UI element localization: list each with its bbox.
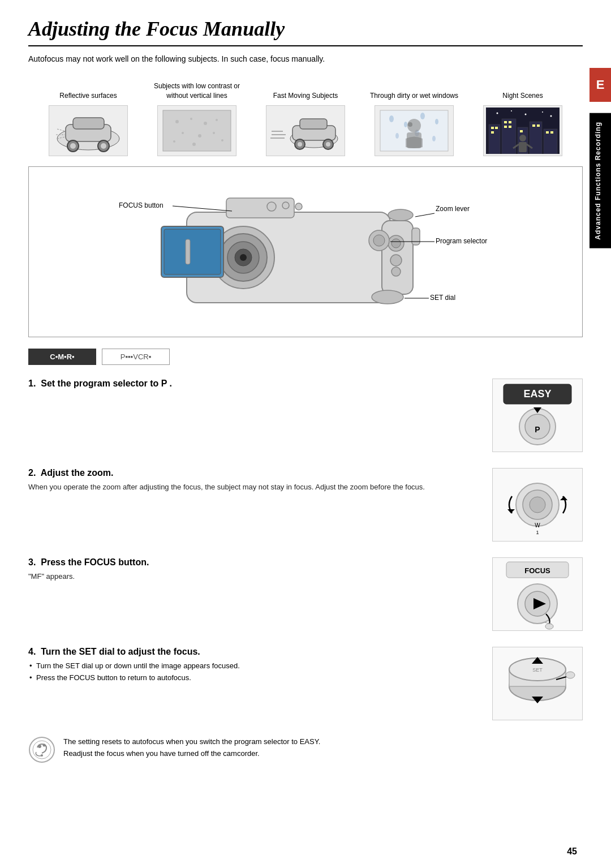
tab-label: Advanced Functions Recording — [594, 122, 602, 240]
subject-dirty-windows-label: Through dirty or wet windows — [370, 74, 458, 101]
section-tab-e: E — [590, 68, 611, 102]
svg-rect-58 — [504, 126, 507, 128]
step-1-row: 1. Set the program selector to P . EASY … — [28, 379, 583, 452]
svg-rect-66 — [519, 142, 527, 152]
svg-point-123 — [29, 737, 54, 762]
svg-point-88 — [372, 290, 403, 304]
subjects-row: Reflective surfaces — [28, 74, 583, 156]
svg-point-104 — [530, 497, 545, 513]
svg-rect-51 — [530, 122, 542, 154]
svg-rect-64 — [550, 131, 553, 134]
subject-reflective: Reflective surfaces — [40, 74, 136, 156]
step-4-image: SET — [492, 647, 583, 720]
svg-point-81 — [295, 203, 302, 210]
svg-point-44 — [511, 110, 512, 111]
note-icon — [28, 736, 55, 763]
svg-point-80 — [282, 202, 289, 209]
step-4-bullets: Turn the SET dial up or down until the i… — [28, 660, 481, 684]
svg-rect-57 — [509, 121, 511, 123]
svg-point-65 — [519, 135, 526, 141]
step-2-row: 2. Adjust the zoom. When you operate the… — [28, 468, 583, 542]
camera-diagram-box: FOCUS button Zoom lever Program selector… — [28, 166, 583, 337]
step-4-bullet-1: Turn the SET dial up or down until the i… — [28, 660, 481, 672]
subject-low-contrast-label: Subjects with low contrast or without ve… — [149, 74, 245, 101]
svg-point-45 — [525, 114, 527, 115]
step-4-row: 4. Turn the SET dial to adjust the focus… — [28, 647, 583, 720]
note-text-2: Readjust the focus when you have turned … — [63, 748, 320, 760]
page-container: E Advanced Functions Recording Adjusting… — [0, 0, 611, 868]
svg-point-13 — [204, 122, 207, 125]
tab-letter: E — [596, 78, 605, 92]
svg-point-90 — [373, 235, 385, 246]
svg-point-30 — [326, 142, 330, 147]
step-3-image: FOCUS — [492, 557, 583, 631]
step-3-title-text: Press the FOCUS button. — [41, 557, 149, 567]
intro-text: Autofocus may not work well on the follo… — [28, 54, 583, 63]
step-2-desc: When you operate the zoom after adjustin… — [28, 482, 481, 493]
note-text-1: The setting resets to autofocus when you… — [63, 736, 320, 748]
step-3-desc: "MF" appears. — [28, 571, 481, 583]
svg-rect-2 — [73, 118, 104, 129]
step-1-number: 1. — [28, 379, 38, 388]
svg-rect-48 — [489, 124, 500, 154]
section-tab-label: Advanced Functions Recording — [590, 113, 611, 248]
step-4-text: 4. Turn the SET dial to adjust the focus… — [28, 647, 481, 684]
step-2-title-text: Adjust the zoom. — [41, 468, 114, 478]
program-selector-text: Program selector — [436, 237, 487, 245]
subject-night-scenes-image — [483, 105, 562, 156]
camera-svg-area: FOCUS button Zoom lever Program selector… — [46, 178, 565, 325]
svg-rect-10 — [163, 110, 231, 151]
svg-point-74 — [240, 254, 247, 261]
step-3-row: 3. Press the FOCUS button. "MF" appears.… — [28, 557, 583, 631]
svg-rect-78 — [186, 239, 190, 264]
svg-rect-91 — [412, 228, 420, 245]
svg-point-122 — [566, 672, 575, 678]
svg-point-29 — [298, 142, 302, 147]
svg-line-92 — [173, 206, 232, 211]
step-1-title: 1. Set the program selector to P . — [28, 379, 481, 389]
step-2-number: 2. — [28, 468, 38, 478]
svg-point-115 — [545, 624, 553, 629]
svg-point-16 — [198, 134, 201, 137]
subject-reflective-image — [49, 105, 128, 156]
svg-point-6 — [101, 143, 106, 149]
svg-point-83 — [388, 209, 413, 221]
svg-rect-55 — [491, 131, 494, 134]
svg-rect-62 — [537, 124, 540, 127]
step-1-title-text: Set the program selector to P . — [41, 379, 172, 388]
svg-text:P: P — [535, 425, 540, 434]
svg-marker-107 — [507, 509, 515, 513]
page-title: Adjusting the Focus Manually — [28, 17, 583, 46]
svg-text:EASY: EASY — [523, 388, 551, 399]
svg-point-12 — [190, 118, 192, 120]
vcr-mode-button[interactable]: P▪▪▪VCR▪ — [102, 349, 170, 365]
svg-point-41 — [408, 122, 412, 127]
subject-night-scenes: Night Scenes — [475, 74, 571, 156]
step-4-bullet-2: Press the FOCUS button to return to auto… — [28, 672, 481, 684]
subject-fast-moving-image — [266, 105, 345, 156]
step-3-text: 3. Press the FOCUS button. "MF" appears. — [28, 557, 481, 583]
svg-point-19 — [192, 143, 196, 146]
svg-point-86 — [390, 255, 402, 266]
svg-rect-56 — [504, 121, 507, 123]
svg-rect-63 — [546, 131, 549, 134]
svg-point-126 — [38, 745, 41, 748]
svg-text:SET: SET — [532, 667, 543, 673]
svg-point-34 — [420, 113, 425, 119]
svg-point-14 — [216, 119, 218, 121]
svg-point-85 — [391, 239, 401, 248]
svg-point-36 — [395, 133, 399, 139]
svg-rect-77 — [164, 229, 221, 274]
svg-text:W: W — [535, 522, 540, 528]
step-3-number: 3. — [28, 557, 38, 567]
subject-dirty-windows-image — [375, 105, 454, 156]
svg-point-11 — [175, 120, 179, 123]
note-row: The setting resets to autofocus when you… — [28, 736, 583, 763]
subject-low-contrast-image — [157, 105, 236, 156]
camera-mode-button[interactable]: C▪M▪R▪ — [28, 349, 96, 365]
svg-point-46 — [542, 111, 543, 113]
svg-point-20 — [221, 139, 223, 141]
svg-point-47 — [550, 115, 552, 117]
focus-button-text: FOCUS button — [119, 201, 163, 209]
svg-point-5 — [70, 143, 76, 149]
